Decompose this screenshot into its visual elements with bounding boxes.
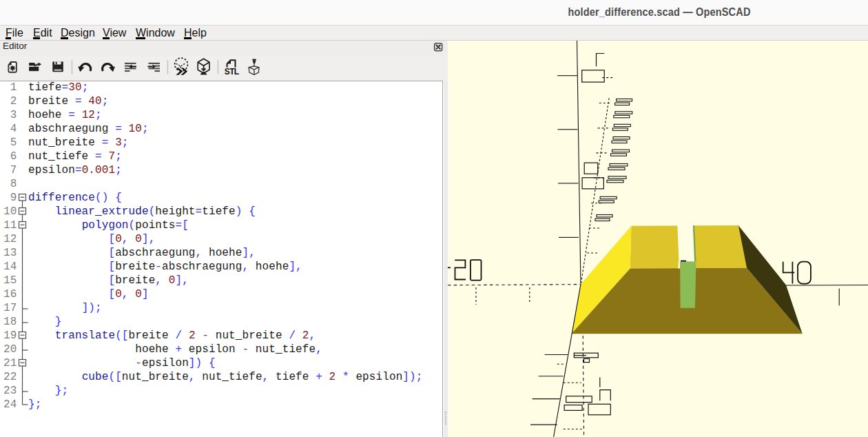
svg-text:STL: STL <box>225 67 239 77</box>
